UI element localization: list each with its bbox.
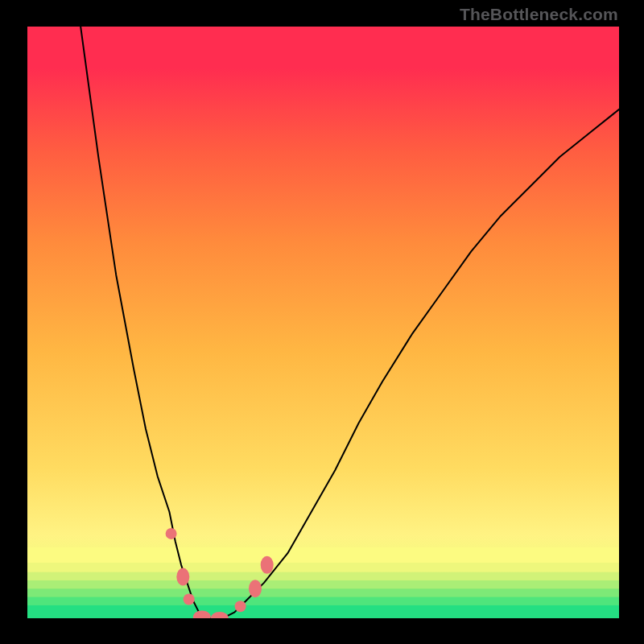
score-marker	[176, 568, 189, 586]
band-paleyellow	[27, 547, 619, 563]
watermark-text: TheBottleneck.com	[460, 5, 618, 24]
band-chartreuse	[27, 572, 619, 580]
chart-frame: TheBottleneck.com	[0, 0, 644, 644]
gradient-background	[27, 27, 619, 618]
score-marker	[261, 556, 274, 574]
chart-svg	[27, 27, 619, 618]
score-marker	[184, 593, 195, 605]
band-green3	[27, 588, 619, 597]
band-green2	[27, 597, 619, 605]
score-marker	[166, 528, 177, 539]
score-marker	[249, 580, 262, 597]
band-yellowgreen	[27, 563, 619, 572]
floor-green	[27, 605, 619, 618]
band-lime	[27, 580, 619, 588]
plot-area	[27, 26, 620, 619]
score-marker	[235, 601, 246, 612]
